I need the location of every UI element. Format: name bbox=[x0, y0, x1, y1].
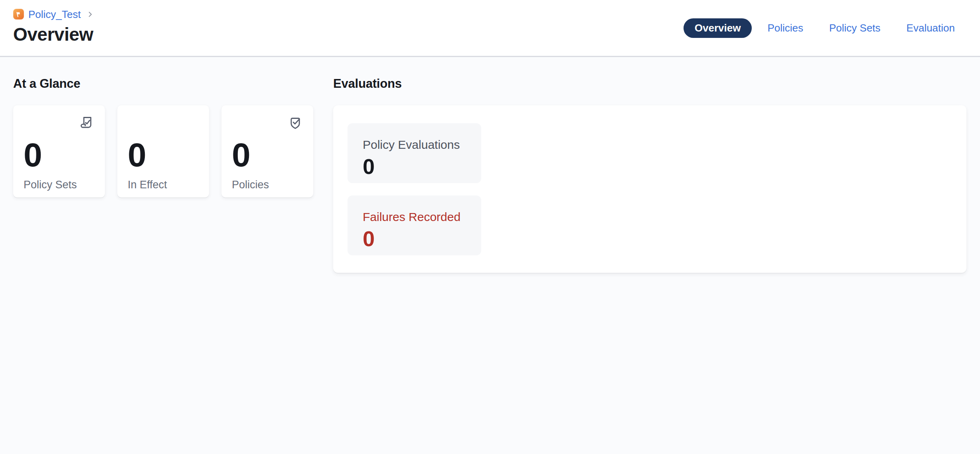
stat-value: 0 bbox=[232, 138, 303, 172]
main-content: At a Glance 0 Policy Sets 0 In Effect bbox=[0, 57, 980, 273]
tab-policy-sets[interactable]: Policy Sets bbox=[829, 23, 881, 33]
page-title: Overview bbox=[13, 24, 94, 45]
stat-card-policies: 0 Policies bbox=[221, 105, 313, 197]
chevron-right-icon bbox=[86, 10, 94, 18]
stat-label: Policy Sets bbox=[24, 178, 95, 191]
scroll-check-icon bbox=[79, 115, 95, 131]
stat-label: Policies bbox=[232, 178, 303, 191]
flag-icon bbox=[13, 9, 24, 20]
stat-card-in-effect: 0 In Effect bbox=[117, 105, 209, 197]
shield-check-icon bbox=[287, 115, 303, 131]
page-header: Policy_Test Overview Overview Policies P… bbox=[0, 0, 980, 57]
at-a-glance-cards: 0 Policy Sets 0 In Effect 0 Polici bbox=[13, 105, 314, 197]
stat-card-policy-sets: 0 Policy Sets bbox=[13, 105, 105, 197]
eval-label: Failures Recorded bbox=[363, 210, 481, 223]
evaluations-heading: Evaluations bbox=[333, 76, 966, 91]
evaluations-section: Evaluations Policy Evaluations 0 Failure… bbox=[333, 76, 966, 273]
at-a-glance-section: At a Glance 0 Policy Sets 0 In Effect bbox=[13, 76, 314, 273]
eval-value: 0 bbox=[363, 228, 481, 249]
eval-label: Policy Evaluations bbox=[363, 138, 481, 151]
evaluations-panel: Policy Evaluations 0 Failures Recorded 0 bbox=[333, 105, 966, 273]
tab-evaluation[interactable]: Evaluation bbox=[907, 23, 955, 33]
stat-label: In Effect bbox=[128, 178, 199, 191]
top-nav: Overview Policies Policy Sets Evaluation bbox=[684, 0, 955, 56]
eval-card-policy-evaluations: Policy Evaluations 0 bbox=[348, 123, 481, 183]
eval-card-failures-recorded: Failures Recorded 0 bbox=[348, 195, 481, 255]
stat-value: 0 bbox=[24, 138, 95, 172]
tab-overview[interactable]: Overview bbox=[684, 18, 752, 38]
tab-policies[interactable]: Policies bbox=[767, 23, 803, 33]
stat-value: 0 bbox=[128, 138, 199, 172]
policy-overview-page: Policy_Test Overview Overview Policies P… bbox=[0, 0, 980, 273]
breadcrumb: Policy_Test bbox=[13, 9, 94, 20]
breadcrumb-project-link[interactable]: Policy_Test bbox=[28, 9, 81, 20]
at-a-glance-heading: At a Glance bbox=[13, 76, 314, 91]
eval-value: 0 bbox=[363, 156, 481, 177]
header-left: Policy_Test Overview bbox=[13, 0, 94, 56]
